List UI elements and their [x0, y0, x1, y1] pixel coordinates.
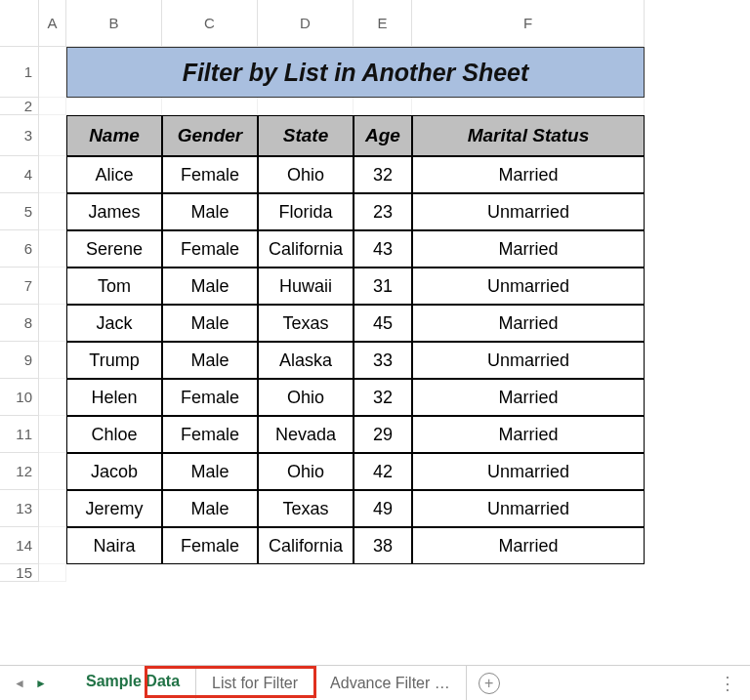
row-header-9[interactable]: 9 — [0, 342, 39, 379]
data-cell[interactable]: Unmarried — [412, 490, 645, 527]
row-header-14[interactable]: 14 — [0, 527, 39, 564]
data-cell[interactable]: California — [258, 527, 354, 564]
row-header-13[interactable]: 13 — [0, 490, 39, 527]
header-gender[interactable]: Gender — [162, 115, 258, 156]
data-cell[interactable]: 32 — [354, 156, 412, 193]
col-header-A[interactable]: A — [39, 0, 66, 47]
data-cell[interactable]: Serene — [66, 230, 162, 268]
data-cell[interactable]: Married — [412, 379, 645, 416]
row-header-6[interactable]: 6 — [0, 230, 39, 268]
row-header-1[interactable]: 1 — [0, 47, 39, 98]
data-cell[interactable]: Jack — [66, 305, 162, 342]
spreadsheet-grid: A B C D E F 1 2 3 4 5 6 7 8 9 10 11 12 1… — [0, 0, 750, 582]
sheet-tab-active[interactable]: Sample Data — [70, 666, 196, 700]
data-cell[interactable]: Female — [162, 527, 258, 564]
data-cell[interactable]: Male — [162, 193, 258, 230]
data-cell[interactable]: 42 — [354, 453, 412, 490]
data-cell[interactable]: Helen — [66, 379, 162, 416]
data-cell[interactable]: Female — [162, 230, 258, 268]
data-cell[interactable]: Unmarried — [412, 342, 645, 379]
col-header-F[interactable]: F — [412, 0, 645, 47]
data-cell[interactable]: Texas — [258, 490, 354, 527]
data-cell[interactable]: Ohio — [258, 379, 354, 416]
data-cell[interactable]: 29 — [354, 416, 412, 453]
header-marital[interactable]: Marital Status — [412, 115, 645, 156]
data-cell[interactable]: Unmarried — [412, 453, 645, 490]
data-cell[interactable]: Jacob — [66, 453, 162, 490]
tab-nav: ◄ ► — [10, 674, 51, 693]
title-cell[interactable]: Filter by List in Another Sheet — [66, 47, 645, 98]
data-cell[interactable]: Jeremy — [66, 490, 162, 527]
header-name[interactable]: Name — [66, 115, 162, 156]
row-header-11[interactable]: 11 — [0, 416, 39, 453]
col-header-C[interactable]: C — [162, 0, 258, 47]
data-cell[interactable]: Trump — [66, 342, 162, 379]
data-cell[interactable]: 33 — [354, 342, 412, 379]
data-cell[interactable]: Married — [412, 416, 645, 453]
header-state[interactable]: State — [258, 115, 354, 156]
data-cell[interactable]: 31 — [354, 268, 412, 305]
data-cell[interactable]: Female — [162, 416, 258, 453]
col-header-E[interactable]: E — [354, 0, 412, 47]
data-cell[interactable]: Married — [412, 527, 645, 564]
sheet-tab-bar: ◄ ► Sample Data List for Filter Advance … — [0, 665, 750, 700]
data-cell[interactable]: 43 — [354, 230, 412, 268]
tab-next-icon[interactable]: ► — [31, 674, 51, 693]
data-cell[interactable]: Male — [162, 342, 258, 379]
data-cell[interactable]: Chloe — [66, 416, 162, 453]
data-cell[interactable]: Female — [162, 379, 258, 416]
row-header-7[interactable]: 7 — [0, 268, 39, 305]
data-cell[interactable]: 32 — [354, 379, 412, 416]
data-cell[interactable]: Male — [162, 453, 258, 490]
data-cell[interactable]: Tom — [66, 268, 162, 305]
sheet-tab[interactable]: Advance Filter … — [314, 666, 467, 700]
data-cell[interactable]: Nevada — [258, 416, 354, 453]
add-sheet-icon[interactable]: + — [479, 673, 500, 694]
corner-cell[interactable] — [0, 0, 39, 47]
data-cell[interactable]: California — [258, 230, 354, 268]
data-cell[interactable]: Male — [162, 305, 258, 342]
row-header-5[interactable]: 5 — [0, 193, 39, 230]
data-cell[interactable]: Alice — [66, 156, 162, 193]
data-cell[interactable]: Huwaii — [258, 268, 354, 305]
row-header-12[interactable]: 12 — [0, 453, 39, 490]
tab-prev-icon[interactable]: ◄ — [10, 674, 29, 693]
data-cell[interactable]: Unmarried — [412, 193, 645, 230]
data-cell[interactable]: Naira — [66, 527, 162, 564]
data-cell[interactable]: Female — [162, 156, 258, 193]
data-cell[interactable]: Ohio — [258, 156, 354, 193]
more-icon[interactable]: ⋮ — [719, 673, 736, 694]
data-cell[interactable]: 23 — [354, 193, 412, 230]
data-cell[interactable]: Alaska — [258, 342, 354, 379]
col-header-D[interactable]: D — [258, 0, 354, 47]
data-cell[interactable]: Male — [162, 268, 258, 305]
row-header-8[interactable]: 8 — [0, 305, 39, 342]
data-cell[interactable]: Texas — [258, 305, 354, 342]
data-cell[interactable]: Florida — [258, 193, 354, 230]
row-header-2[interactable]: 2 — [0, 98, 39, 115]
row-header-4[interactable]: 4 — [0, 156, 39, 193]
data-cell[interactable]: Ohio — [258, 453, 354, 490]
data-cell[interactable]: James — [66, 193, 162, 230]
data-cell[interactable]: 49 — [354, 490, 412, 527]
data-cell[interactable]: 38 — [354, 527, 412, 564]
data-cell[interactable]: 45 — [354, 305, 412, 342]
data-cell[interactable]: Married — [412, 305, 645, 342]
col-header-B[interactable]: B — [66, 0, 162, 47]
row-header-15[interactable]: 15 — [0, 564, 39, 582]
row-header-10[interactable]: 10 — [0, 379, 39, 416]
header-age[interactable]: Age — [354, 115, 412, 156]
sheet-tab[interactable]: List for Filter — [196, 666, 314, 700]
data-cell[interactable]: Unmarried — [412, 268, 645, 305]
data-cell[interactable]: Male — [162, 490, 258, 527]
row-header-3[interactable]: 3 — [0, 115, 39, 156]
data-cell[interactable]: Married — [412, 156, 645, 193]
data-cell[interactable]: Married — [412, 230, 645, 268]
